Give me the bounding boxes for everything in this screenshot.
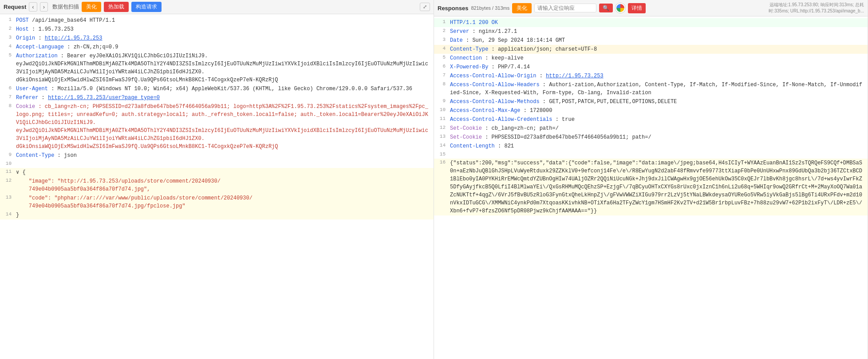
line-row: 2Host : 1.95.73.253	[0, 25, 434, 34]
line-number: 13	[434, 133, 450, 139]
line-row: 7Access-Control-Allow-Origin : http://1.…	[434, 72, 868, 80]
line-number: 6	[0, 85, 16, 91]
line-row: 9Content-Type : json	[0, 151, 434, 160]
line-content: Referer : http://1.95.73.253/user?page_t…	[16, 94, 434, 102]
line-number: 5	[434, 54, 450, 60]
line-row: 4Content-Type : application/json; charse…	[434, 45, 868, 54]
nav-prev-btn[interactable]: ‹	[29, 2, 37, 12]
line-row: 7Referer : http://1.95.73.253/user?page_…	[0, 93, 434, 102]
line-row: 13Set-Cookie : PHPSESSID=d273a8fdbe647bb…	[434, 133, 868, 142]
line-number: 11	[0, 168, 16, 174]
line-row: 4Accept-Language : zh-CN,zh;q=0.9	[0, 43, 434, 52]
line-number: 14	[434, 142, 450, 148]
line-content: Connection : keep-alive	[450, 54, 868, 62]
line-content: {"status":200,"msg":"success","data":{"c…	[450, 159, 868, 215]
line-number: 3	[434, 36, 450, 42]
line-number: 8	[434, 81, 450, 87]
line-content: HTTP/1.1 200 OK	[450, 19, 868, 27]
line-content: ∨ {	[16, 168, 434, 176]
request-panel: Request ‹ › 数据包扫描 美化 热加载 构造请求 ⤢ 1POST /a…	[0, 0, 434, 359]
line-content: Server : nginx/1.27.1	[450, 28, 868, 36]
line-number: 1	[0, 16, 16, 22]
line-content: Access-Control-Max-Age : 1728000	[450, 107, 868, 115]
chrome-icon	[615, 3, 625, 13]
line-number: 10	[0, 160, 16, 166]
line-number: 3	[0, 34, 16, 40]
line-row: 1POST /api/image_base64 HTTP/1.1	[0, 16, 434, 25]
line-content: Host : 1.95.73.253	[16, 25, 434, 33]
scan-tab-label[interactable]: 数据包扫描	[52, 3, 79, 11]
line-number: 12	[434, 124, 450, 130]
line-number: 1	[434, 19, 450, 24]
line-row: 8Access-Control-Allow-Headers : Authori-…	[434, 80, 868, 97]
line-row: 5Connection : keep-alive	[434, 54, 868, 63]
response-size: 821bytes / 313ms	[471, 5, 509, 11]
line-content: Content-Type : application/json; charset…	[450, 45, 868, 53]
line-number: 4	[434, 45, 450, 51]
line-row: 16{"status":200,"msg":"success","data":{…	[434, 159, 868, 215]
line-number: 2	[434, 28, 450, 33]
line-row: 12Set-Cookie : cb_lang=zh-cn; path=/	[434, 124, 868, 133]
line-content: Set-Cookie : PHPSESSID=d273a8fdbe647bbe5…	[450, 133, 868, 141]
response-header: Responses 821bytes / 313ms 美化 🔍 详情 远端地址:…	[434, 0, 868, 16]
construct-btn[interactable]: 构造请求	[131, 2, 162, 12]
line-content: Origin : http://1.95.73.253	[16, 34, 434, 42]
response-title: Responses	[438, 5, 468, 12]
line-row: 6User-Agent : Mozilla/5.0 (Windows NT 10…	[0, 84, 434, 93]
line-number: 16	[434, 159, 450, 165]
line-content: Access-Control-Allow-Origin : http://1.9…	[450, 72, 868, 80]
line-content: Content-Length : 821	[450, 142, 868, 150]
line-content: Accept-Language : zh-CN,zh;q=0.9	[16, 43, 434, 51]
line-content: Set-Cookie : cb_lang=zh-cn; path=/	[450, 124, 868, 132]
line-number: 10	[434, 107, 450, 112]
resp-search-btn[interactable]: 🔍	[599, 4, 613, 12]
resp-meta-info: 远端地址:1.95.73.253:80; 响应时间:313ms; 总耗时:335…	[758, 2, 864, 14]
nav-next-btn[interactable]: ›	[40, 2, 48, 12]
line-number: 8	[0, 103, 16, 108]
line-row: 3Date : Sun, 29 Sep 2024 18:14:14 GMT	[434, 36, 868, 45]
resp-beautify-btn[interactable]: 美化	[512, 3, 532, 13]
line-content: Access-Control-Allow-Credentials : true	[450, 116, 868, 124]
line-content: Date : Sun, 29 Sep 2024 18:14:14 GMT	[450, 36, 868, 44]
hotload-btn[interactable]: 热加载	[104, 2, 129, 12]
line-number: 6	[434, 63, 450, 69]
line-row: 1HTTP/1.1 200 OK	[434, 18, 868, 27]
line-number: 15	[434, 151, 450, 157]
expand-btn[interactable]: ⤢	[420, 3, 430, 11]
line-number: 7	[0, 94, 16, 100]
line-number: 13	[0, 194, 16, 200]
line-number: 4	[0, 43, 16, 49]
line-row: 8Cookie : cb_lang=zh-cn; PHPSESSID=d273a…	[0, 102, 434, 151]
line-content: User-Agent : Mozilla/5.0 (Windows NT 10.…	[16, 85, 434, 93]
line-content: "code": "phphar://ar:///var/www/public/u…	[16, 194, 434, 210]
line-number: 12	[0, 177, 16, 183]
resp-detail-btn[interactable]: 详情	[628, 3, 646, 13]
line-content: Authorization : Bearer eyJ0eXAiOiJKV1QiL…	[16, 52, 434, 84]
line-row: 2Server : nginx/1.27.1	[434, 27, 868, 36]
line-content: "image": "http://1.95.73.253/uploads/sto…	[16, 177, 434, 193]
line-row: 3Origin : http://1.95.73.253	[0, 34, 434, 43]
line-row: 9Access-Control-Allow-Methods : GET,POST…	[434, 97, 868, 106]
request-header: Request ‹ › 数据包扫描 美化 热加载 构造请求 ⤢	[0, 0, 434, 14]
line-row: 15	[434, 151, 868, 159]
line-row: 6X-Powered-By : PHP/7.4.14	[434, 63, 868, 72]
line-content: Access-Control-Allow-Headers : Authori-z…	[450, 81, 868, 97]
line-row: 10Access-Control-Max-Age : 1728000	[434, 106, 868, 115]
line-content: Cookie : cb_lang=zh-cn; PHPSESSID=d273a8…	[16, 103, 434, 151]
line-number: 9	[0, 152, 16, 157]
line-number: 11	[434, 116, 450, 121]
line-number: 2	[0, 25, 16, 31]
line-number: 14	[0, 211, 16, 217]
beautify-btn[interactable]: 美化	[82, 2, 101, 12]
line-row: 14Content-Length : 821	[434, 142, 868, 151]
line-content: Access-Control-Allow-Methods : GET,POST,…	[450, 98, 868, 106]
resp-search-input[interactable]	[534, 4, 596, 12]
response-panel: Responses 821bytes / 313ms 美化 🔍 详情 远端地址:…	[434, 0, 868, 359]
line-row: 12 "image": "http://1.95.73.253/uploads/…	[0, 177, 434, 194]
line-row: 14}	[0, 211, 434, 219]
request-content: 1POST /api/image_base64 HTTP/1.12Host : …	[0, 14, 434, 359]
line-row: 13 "code": "phphar://ar:///var/www/publi…	[0, 194, 434, 211]
response-content: 1HTTP/1.1 200 OK2Server : nginx/1.27.13D…	[434, 16, 868, 359]
line-content: }	[16, 211, 434, 219]
line-row: 5Authorization : Bearer eyJ0eXAiOiJKV1Qi…	[0, 52, 434, 84]
